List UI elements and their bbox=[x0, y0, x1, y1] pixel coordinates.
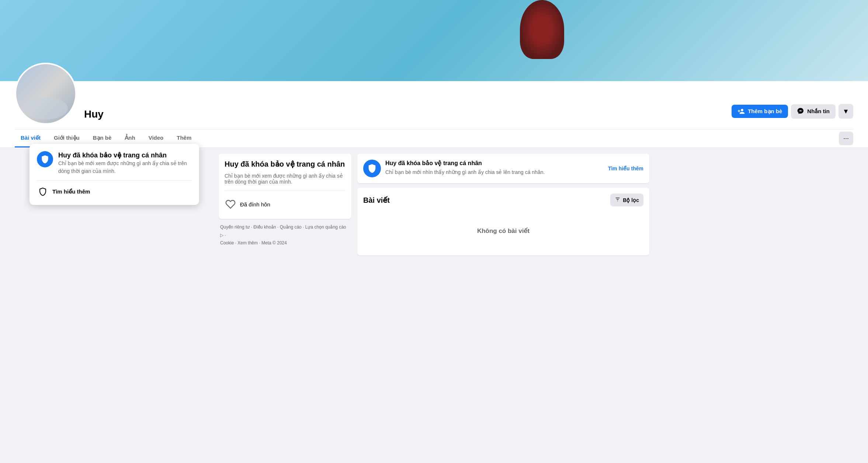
tooltip-learn-text: Tìm hiểu thêm bbox=[52, 188, 90, 195]
tooltip-shield-small-icon bbox=[37, 186, 49, 198]
profile-name: Huy bbox=[84, 108, 732, 120]
add-friend-icon bbox=[737, 108, 745, 115]
filter-label: Bộ lọc bbox=[623, 197, 639, 203]
tooltip-popup: Huy đã khóa bảo vệ trang cá nhân Chỉ bạn… bbox=[29, 144, 199, 205]
avatar bbox=[15, 63, 77, 125]
add-friend-label: Thêm bạn bè bbox=[748, 108, 782, 115]
posts-card: Bài viết Bộ lọc Không có bài viết bbox=[357, 188, 649, 255]
learn-more-link[interactable]: Tìm hiểu thêm bbox=[608, 166, 643, 171]
tooltip-title: Huy đã khóa bảo vệ trang cá nhân bbox=[58, 151, 192, 160]
profile-section: Huy Thêm bạn bè Nhắn tin bbox=[0, 81, 868, 148]
profile-top: Huy Thêm bạn bè Nhắn tin bbox=[15, 81, 853, 129]
chevron-down-icon: ▼ bbox=[843, 108, 849, 115]
left-column: Huy đã khóa bảo vệ trang cá nhân Chỉ bạn… bbox=[219, 154, 351, 255]
main-content: Huy đã khóa bảo vệ trang cá nhân Chỉ bạn… bbox=[213, 154, 655, 255]
message-button[interactable]: Nhắn tin bbox=[791, 104, 836, 119]
privacy-card-desc: Chỉ bạn bè mới xem được những gì anh ấy … bbox=[225, 173, 346, 185]
posts-header: Bài viết Bộ lọc bbox=[363, 194, 643, 206]
message-label: Nhắn tin bbox=[807, 108, 830, 115]
no-posts-message: Không có bài viết bbox=[363, 212, 643, 250]
footer-line2: Cookie · Xem thêm · Meta © 2024 bbox=[220, 239, 350, 247]
tooltip-learn-more[interactable]: Tìm hiểu thêm bbox=[37, 186, 192, 198]
divider bbox=[225, 191, 346, 191]
profile-actions: Thêm bạn bè Nhắn tin ▼ bbox=[732, 104, 853, 125]
filter-icon bbox=[615, 196, 621, 203]
tooltip-desc: Chỉ bạn bè mới xem được những gì anh ấy … bbox=[58, 160, 192, 175]
shield-icon-large bbox=[363, 160, 381, 177]
tooltip-shield-icon bbox=[37, 151, 53, 167]
profile-info: Huy bbox=[84, 108, 732, 125]
right-column: Huy đã khóa bảo vệ trang cá nhân Chỉ bạn… bbox=[357, 154, 649, 255]
protection-desc: Chỉ bạn bè mới nhìn thấy những gì anh ấy… bbox=[385, 169, 604, 176]
footer-line1: Quyền riêng tư · Điều khoản · Quảng cáo … bbox=[220, 223, 350, 239]
protection-title: Huy đã khóa bảo vệ trang cá nhân bbox=[385, 160, 604, 167]
protection-content: Huy đã khóa bảo vệ trang cá nhân Chỉ bạn… bbox=[385, 160, 604, 176]
heart-icon bbox=[225, 198, 236, 210]
footer-links: Quyền riêng tư · Điều khoản · Quảng cáo … bbox=[219, 223, 351, 247]
tooltip-header: Huy đã khóa bảo vệ trang cá nhân Chỉ bạn… bbox=[37, 151, 192, 175]
posts-title: Bài viết bbox=[363, 196, 390, 205]
protection-card: Huy đã khóa bảo vệ trang cá nhân Chỉ bạn… bbox=[357, 154, 649, 183]
add-friend-button[interactable]: Thêm bạn bè bbox=[732, 105, 788, 118]
filter-button[interactable]: Bộ lọc bbox=[610, 194, 643, 206]
ellipsis-icon: ··· bbox=[843, 135, 849, 142]
tooltip-divider bbox=[37, 180, 192, 181]
more-actions-button[interactable]: ▼ bbox=[839, 104, 853, 119]
relationship-row: Đã đính hôn bbox=[225, 195, 346, 213]
cover-photo bbox=[0, 0, 868, 81]
privacy-card: Huy đã khóa bảo vệ trang cá nhân Chỉ bạn… bbox=[219, 154, 351, 219]
messenger-icon bbox=[797, 107, 804, 116]
relationship-status: Đã đính hôn bbox=[240, 201, 270, 208]
nav-more-button[interactable]: ··· bbox=[839, 132, 853, 145]
privacy-card-title: Huy đã khóa bảo vệ trang cá nhân bbox=[225, 160, 346, 168]
tooltip-text-content: Huy đã khóa bảo vệ trang cá nhân Chỉ bạn… bbox=[58, 151, 192, 175]
cover-figure bbox=[520, 0, 564, 59]
